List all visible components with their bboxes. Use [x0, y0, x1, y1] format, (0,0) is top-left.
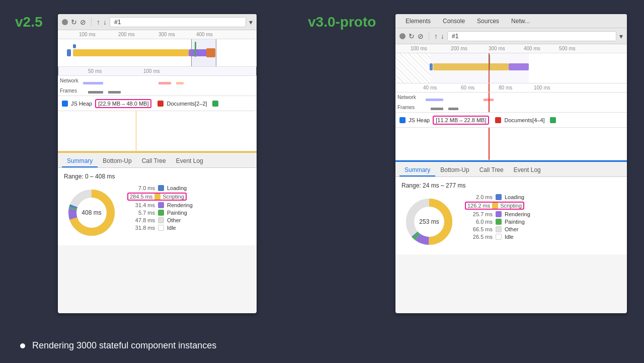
v30-idle-swatch [496, 234, 502, 240]
v25-loading-bar1 [67, 49, 71, 56]
v30-tick-80: 80 ms [499, 85, 512, 90]
v30-tick-200: 200 ms [451, 46, 467, 51]
v30-other-label: Other [505, 226, 519, 232]
v25-legend-other: 47.8 ms Other [127, 217, 193, 223]
v30-js-heap-label: JS Heap [409, 117, 430, 123]
v25-chart-row: 408 ms 7.0 ms Loading 284.5 ms Scripting [64, 185, 251, 240]
v30-js-heap-row: JS Heap [11.2 MB – 22.8 MB] Documents[4–… [395, 113, 627, 128]
v30-net-frames: Network Frames [395, 93, 627, 113]
bottom-section: Rendering 3000 stateful component instan… [20, 340, 216, 351]
v25-label: v2.5 [15, 14, 43, 30]
v30-dropdown-icon[interactable]: ▾ [619, 32, 623, 40]
v30-scripting-swatch [492, 203, 498, 209]
v25-painting-swatch [158, 210, 164, 216]
v30-network-label: Network [397, 95, 416, 100]
v25-other-swatch [158, 217, 164, 223]
v30-center-label: 253 ms [419, 218, 439, 225]
v25-panel: ↻ ⊘ ↑ ↓ #1 ▾ 100 ms 200 ms 300 ms 400 ms… [58, 14, 257, 313]
v25-legend-painting: 5.7 ms Painting [127, 210, 193, 216]
v25-dropdown-icon[interactable]: ▾ [249, 18, 253, 26]
v30-toolbar-circle [399, 33, 406, 39]
v30-reload-icon[interactable]: ↻ [409, 32, 415, 40]
v30-up-icon[interactable]: ↑ [434, 32, 438, 40]
v25-js-heap-row: JS Heap [22.9 MB – 48.0 MB] Documents[2–… [58, 96, 257, 111]
v25-scripting-swatch [154, 194, 160, 200]
v30-tab-console[interactable]: Console [437, 16, 471, 28]
v25-tick-300: 300 ms [158, 32, 175, 37]
v30-frame-bar1 [431, 108, 443, 110]
v25-net-bar3 [176, 82, 184, 84]
v25-sep1 [91, 18, 92, 26]
v25-scripting-val: 284.5 ms Scripting [127, 193, 187, 201]
v30-graph-area [395, 128, 627, 160]
v25-overview [58, 39, 257, 67]
v25-reload-icon[interactable]: ↻ [71, 18, 77, 26]
v25-other-label: Other [167, 217, 181, 223]
v30-checkbox-red[interactable] [495, 117, 501, 123]
v25-up-icon[interactable]: ↑ [97, 18, 100, 26]
v30-idle-label: Idle [505, 234, 514, 240]
v25-loading-val: 7.0 ms [127, 185, 155, 191]
bottom-label: Rendering 3000 stateful component instan… [32, 340, 216, 351]
v25-legend-scripting: 284.5 ms Scripting [127, 193, 193, 201]
v30-legend: 2.0 ms Loading 126.2 ms Scripting 25.7 m… [465, 194, 530, 240]
v25-checkbox-green[interactable] [212, 101, 218, 107]
v25-painting-label: Painting [167, 210, 187, 216]
v30-loading-swatch [496, 194, 502, 200]
v30-tick-60: 60 ms [461, 85, 474, 90]
v30-checkbox-blue[interactable] [399, 117, 406, 123]
v25-network-label: Network [60, 78, 78, 83]
v25-checkbox-blue[interactable] [62, 101, 68, 107]
v25-graph-area [58, 111, 257, 151]
v30-other-swatch [496, 226, 502, 232]
v30-documents-label: Documents[4–4] [504, 117, 544, 123]
v25-frame-bar2 [108, 91, 121, 94]
v25-toolbar-circle [62, 19, 68, 25]
v25-other-val: 47.8 ms [127, 217, 155, 223]
v25-tab-summary[interactable]: Summary [62, 155, 98, 167]
v30-sep1 [429, 32, 429, 40]
v30-tab-elements[interactable]: Elements [399, 16, 437, 28]
v25-tab-calltree[interactable]: Call Tree [137, 155, 171, 167]
v25-tab-eventlog[interactable]: Event Log [171, 155, 208, 167]
v30-url[interactable]: #1 [447, 31, 616, 41]
v25-toolbar: ↻ ⊘ ↑ ↓ #1 ▾ [58, 14, 257, 30]
v30-stop-icon[interactable]: ⊘ [418, 32, 424, 40]
v25-rendering-swatch [158, 202, 164, 208]
v25-net-bar2 [158, 82, 171, 84]
v30-tab-calltree[interactable]: Call Tree [474, 164, 509, 176]
v30-down-icon[interactable]: ↓ [441, 32, 444, 40]
v30-overview [395, 53, 627, 83]
v30-tab-sources[interactable]: Sources [471, 16, 505, 28]
v30-legend-other: 66.5 ms Other [465, 226, 530, 232]
v25-donut: 408 ms [64, 185, 119, 240]
bullet-dot [20, 343, 25, 348]
v30-rendering-swatch [496, 211, 502, 217]
v30-net-bar1 [426, 99, 443, 101]
v30-tab-summary[interactable]: Summary [399, 164, 435, 176]
v30-toolbar: ↻ ⊘ ↑ ↓ #1 ▾ [395, 28, 627, 44]
v30-checkbox-green[interactable] [550, 117, 556, 123]
v25-idle-label: Idle [167, 225, 176, 231]
v30-rendering-val: 25.7 ms [465, 211, 493, 217]
v25-stop-icon[interactable]: ⊘ [80, 18, 86, 26]
v25-selection [191, 39, 216, 66]
v30-range: Range: 24 ms – 277 ms [401, 182, 621, 189]
v30-hatch [395, 53, 431, 83]
v25-tick-100: 100 ms [79, 32, 96, 37]
v30-ruler-bottom: 40 ms 60 ms 80 ms 100 ms [395, 83, 627, 93]
v30-selection [431, 53, 529, 83]
v25-tab-bottomup[interactable]: Bottom-Up [98, 155, 136, 167]
v25-net-frames: Network Frames [58, 76, 257, 96]
v30-red-line-ruler [489, 83, 490, 92]
v30-tab-network[interactable]: Netw... [505, 16, 536, 28]
v25-url[interactable]: #1 [110, 17, 246, 27]
v30-loading-val: 2.0 ms [465, 194, 493, 200]
v25-checkbox-red[interactable] [157, 101, 164, 107]
v30-painting-val: 6.0 ms [465, 219, 493, 225]
v25-down-icon[interactable]: ↓ [103, 18, 107, 26]
v30-summary: Range: 24 ms – 277 ms 2 [395, 177, 627, 254]
v30-legend-scripting: 126.2 ms Scripting [465, 202, 530, 210]
v30-tab-bottomup[interactable]: Bottom-Up [435, 164, 474, 176]
v30-tab-eventlog[interactable]: Event Log [509, 164, 546, 176]
